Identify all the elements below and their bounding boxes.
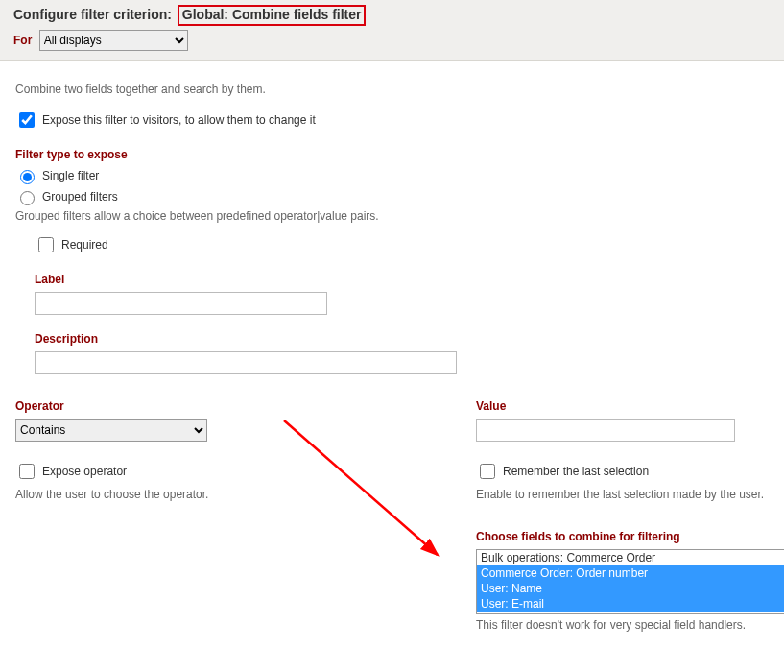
- grouped-help: Grouped filters allow a choice between p…: [15, 209, 769, 223]
- value-heading: Value: [476, 399, 784, 413]
- title-highlighted: Global: Combine fields filter: [178, 5, 367, 26]
- choose-fields-heading: Choose fields to combine for filtering: [476, 530, 784, 543]
- expose-operator-label: Expose operator: [42, 465, 127, 478]
- filter-type-heading: Filter type to expose: [15, 148, 769, 161]
- list-item[interactable]: Bulk operations: Commerce Order: [477, 550, 784, 565]
- operator-select[interactable]: Contains: [15, 419, 207, 442]
- grouped-filters-label: Grouped filters: [42, 190, 118, 204]
- value-input[interactable]: [476, 419, 735, 442]
- single-filter-radio[interactable]: [20, 170, 35, 184]
- choose-fields-help: This filter doesn't work for very specia…: [476, 618, 784, 632]
- expose-operator-checkbox[interactable]: [19, 464, 35, 479]
- title-prefix: Configure filter criterion:: [13, 7, 172, 22]
- description-input[interactable]: [35, 351, 457, 374]
- operator-column: Operator Contains Expose operator Allow …: [15, 382, 438, 641]
- single-filter-label: Single filter: [42, 169, 99, 182]
- expose-filter-checkbox[interactable]: [19, 112, 35, 128]
- for-display-select[interactable]: All displays: [39, 30, 188, 51]
- for-row: For All displays: [13, 30, 772, 51]
- label-heading: Label: [35, 273, 769, 286]
- grouped-filters-radio[interactable]: [20, 191, 35, 205]
- header-bar: Configure filter criterion: Global: Comb…: [0, 0, 784, 61]
- expose-operator-help: Allow the user to choose the operator.: [15, 488, 438, 501]
- description-heading: Description: [35, 332, 769, 346]
- required-label: Required: [61, 238, 108, 252]
- value-column: Value Remember the last selection Enable…: [476, 382, 784, 641]
- page-title: Configure filter criterion: Global: Comb…: [13, 7, 772, 22]
- required-checkbox[interactable]: [38, 237, 54, 252]
- label-input[interactable]: [35, 292, 327, 315]
- intro-text: Combine two fields together and search b…: [15, 83, 769, 96]
- remember-selection-label: Remember the last selection: [503, 465, 649, 478]
- remember-selection-help: Enable to remember the last selection ma…: [476, 488, 784, 501]
- for-label: For: [13, 34, 32, 47]
- list-item[interactable]: User: E-mail: [477, 596, 784, 612]
- indented-block: Required Label Description: [35, 234, 769, 374]
- operator-heading: Operator: [15, 399, 438, 413]
- list-item[interactable]: Commerce Order: Order number: [477, 565, 784, 581]
- content: Combine two fields together and search b…: [0, 61, 784, 653]
- list-item[interactable]: User: Name: [477, 581, 784, 596]
- choose-fields-listbox[interactable]: Bulk operations: Commerce Order Commerce…: [476, 549, 784, 614]
- expose-filter-label: Expose this filter to visitors, to allow…: [42, 113, 316, 127]
- remember-selection-checkbox[interactable]: [480, 464, 495, 479]
